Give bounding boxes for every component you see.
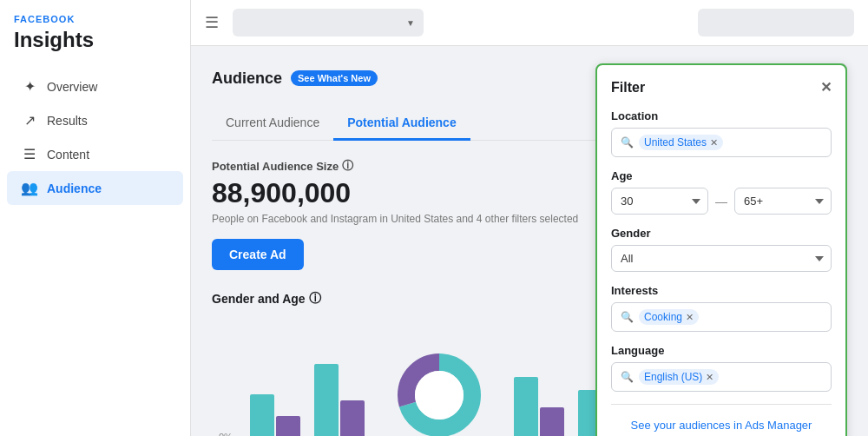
sidebar-item-results[interactable]: ↗ Results [7, 103, 183, 137]
tab-current-audience[interactable]: Current Audience [212, 107, 333, 141]
sidebar: FACEBOOK Insights ✦ Overview ↗ Results ☰… [0, 0, 191, 436]
svg-point-2 [415, 371, 464, 419]
filter-language-input[interactable]: 🔍 English (US) ✕ [611, 362, 832, 392]
location-search-icon: 🔍 [621, 136, 634, 149]
topbar-select[interactable] [233, 9, 424, 36]
filter-gender-select[interactable]: All Men Women [611, 245, 832, 272]
sidebar-item-label: Content [47, 148, 89, 162]
filter-tag-us-label: United States [644, 136, 707, 149]
sidebar-title: Insights [0, 28, 190, 69]
bar-group-45-54 [514, 377, 564, 436]
sidebar-item-audience[interactable]: 👥 Audience [7, 171, 183, 205]
sidebar-nav: ✦ Overview ↗ Results ☰ Content 👥 Audienc… [0, 69, 190, 205]
bar-women-25-34 [250, 394, 274, 436]
chart-info-icon: ⓘ [309, 291, 321, 307]
filter-section-language: Language 🔍 English (US) ✕ [611, 344, 832, 392]
filter-label-interests: Interests [611, 284, 832, 297]
filter-interests-input[interactable]: 🔍 Cooking ✕ [611, 302, 832, 332]
filter-tag-english-remove[interactable]: ✕ [706, 372, 713, 383]
overview-icon: ✦ [21, 78, 38, 95]
sidebar-item-overview[interactable]: ✦ Overview [7, 69, 183, 103]
bar-group-25-34 [250, 394, 300, 436]
create-ad-button[interactable]: Create Ad [212, 239, 304, 270]
whats-new-badge[interactable]: See What's New [291, 70, 378, 86]
filter-ads-manager-link[interactable]: See your audiences in Ads Manager [611, 413, 832, 436]
filter-label-location: Location [611, 109, 832, 122]
topbar-right [698, 9, 854, 36]
bar-men-35-44 [340, 400, 365, 436]
bar-women-35-44 [314, 364, 339, 436]
main-area: ☰ Audience See What's New ⚙ Filter [191, 0, 868, 436]
bar-men-45-54 [540, 407, 564, 436]
donut-chart [396, 352, 483, 436]
bar-women-45-54 [514, 377, 538, 436]
topbar: ☰ [191, 0, 868, 46]
tab-potential-audience[interactable]: Potential Audience [333, 107, 470, 141]
topbar-select-wrapper [233, 9, 424, 36]
filter-tag-cooking-remove[interactable]: ✕ [686, 312, 694, 323]
filter-bottom: See your audiences in Ads Manager Create… [611, 404, 832, 436]
interests-search-icon: 🔍 [621, 311, 634, 323]
filter-section-interests: Interests 🔍 Cooking ✕ [611, 284, 832, 332]
filter-close-button[interactable]: ✕ [820, 79, 832, 96]
menu-icon[interactable]: ☰ [205, 13, 219, 32]
audience-icon: 👥 [21, 180, 38, 196]
filter-section-age: Age 30 18 25 35 — 65+ 55 45 [611, 169, 832, 215]
sidebar-item-label: Audience [47, 182, 102, 195]
sidebar-item-label: Overview [47, 80, 97, 94]
topbar-search-input[interactable] [698, 9, 854, 36]
bar-group-35-44 [314, 364, 365, 436]
sidebar-logo: FACEBOOK [0, 14, 190, 28]
filter-tag-us-remove[interactable]: ✕ [710, 137, 718, 149]
filter-panel: Filter ✕ Location 🔍 United States ✕ [595, 63, 847, 436]
results-icon: ↗ [21, 112, 38, 129]
filter-tag-cooking-label: Cooking [644, 311, 682, 323]
filter-age-to[interactable]: 65+ 55 45 [734, 188, 832, 215]
audience-title-row: Audience See What's New [212, 69, 378, 88]
bar-men-25-34 [276, 416, 300, 436]
content-wrapper: Audience See What's New ⚙ Filter ⬇ Expor… [212, 63, 847, 436]
filter-label-gender: Gender [611, 227, 832, 240]
sidebar-item-label: Results [47, 114, 88, 128]
language-search-icon: 🔍 [621, 371, 634, 383]
filter-tag-english: English (US) ✕ [639, 369, 719, 385]
filter-tag-us: United States ✕ [639, 135, 723, 150]
content-icon: ☰ [21, 146, 38, 162]
filter-label-language: Language [611, 344, 832, 357]
filter-title: Filter [611, 80, 645, 96]
sidebar-item-content[interactable]: ☰ Content [7, 137, 183, 171]
filter-tag-cooking: Cooking ✕ [639, 309, 699, 325]
filter-label-age: Age [611, 169, 832, 182]
filter-section-gender: Gender All Men Women [611, 227, 832, 272]
filter-tag-english-label: English (US) [644, 371, 702, 383]
filter-age-dash: — [715, 195, 727, 208]
filter-age-from[interactable]: 30 18 25 35 [611, 188, 708, 215]
filter-location-input[interactable]: 🔍 United States ✕ [611, 128, 832, 157]
audience-title: Audience [212, 69, 282, 88]
chart-zero-label: 0% [219, 432, 233, 436]
filter-age-row: 30 18 25 35 — 65+ 55 45 [611, 188, 832, 215]
size-info-icon: ⓘ [342, 158, 353, 174]
content-area: Audience See What's New ⚙ Filter ⬇ Expor… [191, 46, 868, 436]
filter-header: Filter ✕ [611, 79, 832, 96]
filter-section-location: Location 🔍 United States ✕ [611, 109, 832, 157]
